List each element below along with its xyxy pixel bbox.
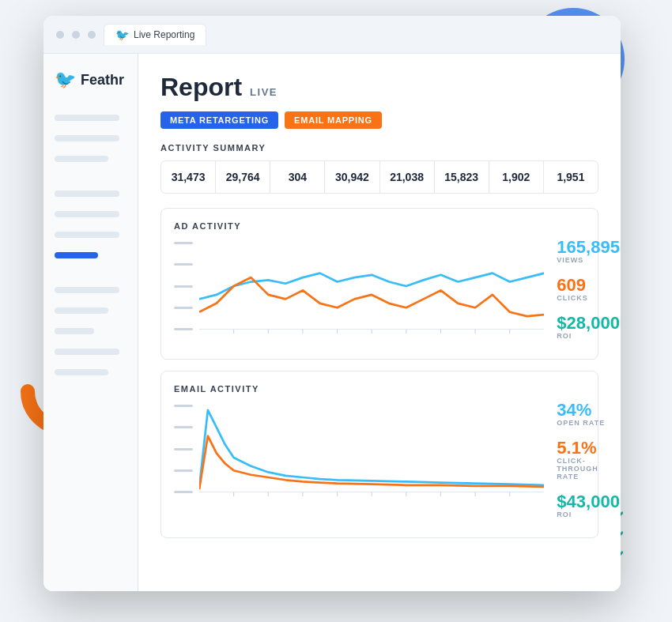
sidebar-line-10 (55, 349, 119, 355)
email-y-tick-2 (174, 426, 193, 428)
sidebar: 🐦 Feathr (43, 54, 138, 591)
browser-bar: 🐦 Live Reporting (43, 16, 621, 54)
sidebar-line-6 (55, 232, 119, 238)
report-title-row: Report LIVE (160, 73, 598, 102)
browser-window: 🐦 Live Reporting 🐦 Feathr (43, 16, 621, 591)
report-header: Report LIVE META RETARGETING EMAIL MAPPI… (160, 73, 598, 129)
sidebar-line-11 (55, 369, 108, 375)
app-content: 🐦 Feathr Report LIVE (43, 54, 621, 591)
y-tick-3 (174, 285, 193, 288)
sidebar-logo: 🐦 Feathr (55, 70, 126, 90)
tag-email-mapping[interactable]: EMAIL MAPPING (285, 111, 382, 129)
ad-activity-svg (199, 239, 544, 334)
live-badge: LIVE (250, 86, 277, 98)
email-y-axis (174, 401, 193, 496)
main-panel: Report LIVE META RETARGETING EMAIL MAPPI… (138, 54, 621, 591)
report-title: Report (160, 73, 242, 102)
logo-bird-icon: 🐦 (55, 70, 76, 90)
ad-y-axis (174, 239, 193, 334)
tab-bird-icon: 🐦 (115, 28, 129, 41)
sidebar-line-7 (55, 287, 119, 293)
browser-dot-1 (56, 31, 64, 39)
email-y-tick-5 (174, 491, 193, 493)
email-activity-svg (199, 401, 544, 496)
email-activity-stats: 34% OPEN RATE 5.1% CLICK-THROUGH RATE $4… (557, 401, 620, 525)
summary-cell-3: 30,942 (325, 161, 379, 193)
summary-cell-0: 31,473 (161, 161, 216, 193)
y-tick-4 (174, 307, 193, 309)
sidebar-line-8 (55, 307, 108, 314)
sidebar-line-4 (55, 190, 119, 197)
email-open-rate: 34% OPEN RATE (557, 401, 620, 433)
activity-summary-section: ACTIVITY SUMMARY 31,473 29,764 304 30,94… (160, 143, 598, 194)
ad-chart-wrap (174, 239, 544, 334)
email-y-tick-4 (174, 469, 193, 472)
browser-dot-3 (88, 31, 96, 39)
y-tick-1 (174, 242, 193, 244)
sidebar-active-item[interactable] (55, 252, 98, 258)
tag-meta-retargeting[interactable]: META RETARGETING (160, 111, 278, 129)
tab-label: Live Reporting (134, 29, 194, 40)
ad-activity-card: AD ACTIVITY (160, 208, 598, 360)
sidebar-line-2 (55, 135, 119, 141)
summary-cell-7: 1,951 (544, 161, 598, 193)
email-roi: $43,000 ROI (557, 493, 620, 525)
summary-cell-6: 1,902 (489, 161, 544, 193)
ad-activity-title: AD ACTIVITY (174, 221, 585, 231)
logo-text: Feathr (81, 72, 124, 89)
email-chart-wrap (174, 401, 544, 496)
email-y-tick-3 (174, 448, 193, 450)
browser-dot-2 (72, 31, 80, 39)
sidebar-line-3 (55, 156, 108, 162)
y-tick-2 (174, 263, 193, 266)
activity-summary-grid: 31,473 29,764 304 30,942 21,038 15,823 1… (160, 160, 598, 194)
email-y-tick-1 (174, 405, 193, 407)
ad-activity-stats: 165,895 VIEWS 609 CLICKS $28,000 ROI (557, 239, 620, 346)
email-ctr: 5.1% CLICK-THROUGH RATE (557, 439, 620, 487)
summary-cell-2: 304 (270, 161, 325, 193)
ad-activity-chart-inner: 165,895 VIEWS 609 CLICKS $28,000 ROI (174, 239, 585, 346)
browser-tab[interactable]: 🐦 Live Reporting (104, 24, 206, 45)
ad-views-value: 165,895 VIEWS (557, 239, 620, 270)
sidebar-line-9 (55, 328, 94, 334)
sidebar-line-5 (55, 211, 119, 217)
summary-cell-1: 29,764 (216, 161, 270, 193)
summary-cell-4: 21,038 (380, 161, 435, 193)
tags-row: META RETARGETING EMAIL MAPPING (160, 111, 598, 129)
email-activity-title: EMAIL ACTIVITY (174, 384, 585, 394)
activity-summary-title: ACTIVITY SUMMARY (160, 143, 598, 153)
email-activity-card: EMAIL ACTIVITY (160, 371, 598, 538)
y-tick-5 (174, 328, 193, 330)
summary-cell-5: 15,823 (435, 161, 489, 193)
sidebar-line-1 (55, 115, 119, 121)
ad-roi-value: $28,000 ROI (557, 315, 620, 346)
email-activity-chart-inner: 34% OPEN RATE 5.1% CLICK-THROUGH RATE $4… (174, 401, 585, 525)
ad-clicks-value: 609 CLICKS (557, 277, 620, 308)
